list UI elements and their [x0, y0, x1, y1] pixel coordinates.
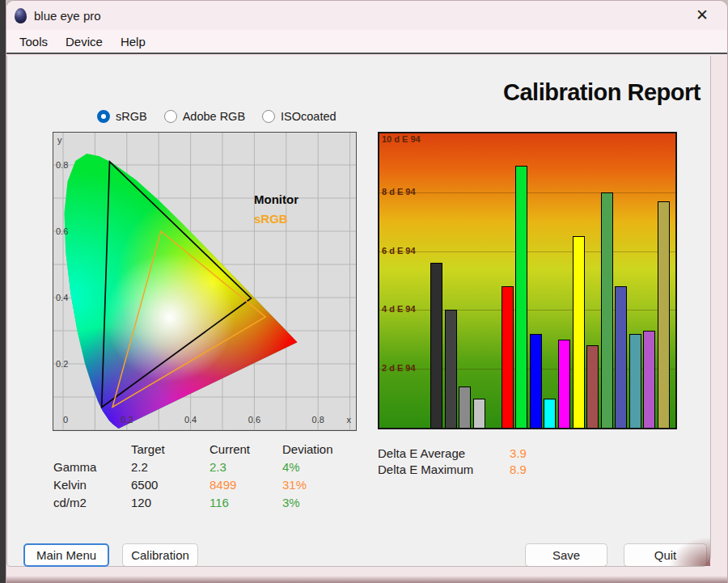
target-value: 2.2	[131, 460, 210, 478]
radio-label: Adobe RGB	[183, 110, 245, 123]
profile-radio-group: sRGBAdobe RGBISOcoated	[97, 110, 336, 123]
delta-e-bar	[615, 286, 627, 428]
current-value: 2.3	[210, 460, 282, 478]
legend-srgb: sRGB	[254, 212, 288, 226]
delta-e-bar	[573, 236, 585, 428]
svg-text:x: x	[347, 415, 352, 425]
row-label: cd/m2	[53, 496, 131, 513]
delta-e-bar	[502, 286, 514, 428]
delta-e-bar	[629, 334, 641, 428]
blue-eye-logo-icon	[15, 8, 27, 23]
radio-unselected-icon[interactable]	[262, 110, 275, 123]
bar-gridline	[379, 310, 675, 311]
delta-e-bar	[643, 331, 655, 428]
window-title: blue eye pro	[34, 9, 101, 23]
bar-axis-tick-label: 8 d E 94	[382, 187, 416, 196]
bar-axis-tick-label: 4 d E 94	[382, 304, 416, 314]
row-label: Kelvin	[53, 478, 131, 496]
radio-isocoated[interactable]: ISOcoated	[262, 110, 336, 123]
bar-gridline	[379, 192, 675, 193]
menu-bar: Tools Device Help	[6, 30, 727, 54]
delta-e-bar	[586, 345, 599, 428]
delta-e-bar	[445, 310, 457, 428]
main-menu-button[interactable]: Main Menu	[23, 543, 109, 567]
bar-axis-tick-label: 10 d E 94	[382, 134, 421, 144]
deviation-value: 4%	[282, 460, 359, 478]
gamut-legend: MonitorsRGB	[254, 192, 298, 226]
svg-text:0.2: 0.2	[121, 415, 133, 425]
cie-horseshoe	[53, 133, 356, 430]
menu-tools[interactable]: Tools	[11, 35, 57, 49]
delta-e-label: Delta E Average	[378, 446, 510, 460]
column-header: Current	[210, 442, 282, 460]
close-icon[interactable]: ✕	[691, 5, 713, 26]
svg-text:0.8: 0.8	[56, 160, 68, 170]
target-value: 120	[131, 496, 210, 513]
delta-e-bar	[544, 399, 556, 428]
radio-unselected-icon[interactable]	[164, 110, 177, 123]
svg-text:0: 0	[63, 415, 68, 425]
column-header: Target	[131, 442, 210, 460]
svg-text:0.8: 0.8	[312, 415, 324, 425]
svg-text:0.4: 0.4	[56, 293, 68, 302]
save-button[interactable]: Save	[525, 543, 607, 567]
svg-text:y: y	[57, 135, 62, 145]
radio-label: sRGB	[116, 110, 147, 123]
table-corner-cell	[53, 442, 131, 460]
svg-text:0.2: 0.2	[56, 359, 68, 369]
calibration-button[interactable]: Calibration	[122, 543, 198, 567]
delta-e-bar	[530, 334, 542, 428]
column-header: Deviation	[282, 442, 359, 460]
delta-e-bar	[515, 166, 527, 428]
radio-srgb[interactable]: sRGB	[97, 110, 147, 123]
delta-e-bar	[430, 263, 442, 428]
delta-e-summary: Delta E Average3.9Delta E Maximum8.9	[378, 445, 527, 477]
delta-e-bar	[658, 201, 670, 428]
row-label: Gamma	[53, 460, 131, 478]
title-bar: blue eye pro ✕	[6, 1, 727, 30]
delta-e-bar	[601, 192, 613, 428]
delta-e-bar	[459, 387, 471, 428]
delta-e-bar	[473, 399, 485, 428]
deviation-value: 3%	[282, 496, 359, 513]
delta-e-value: 3.9	[510, 446, 527, 460]
delta-e-row: Delta E Average3.9	[378, 445, 527, 461]
svg-text:0.6: 0.6	[56, 226, 68, 236]
calibration-results-table: TargetCurrentDeviationGamma2.22.34%Kelvi…	[53, 442, 359, 513]
delta-e-row: Delta E Maximum8.9	[378, 461, 527, 477]
current-value: 8499	[210, 478, 282, 496]
menu-device[interactable]: Device	[57, 35, 112, 49]
delta-e-label: Delta E Maximum	[378, 463, 510, 476]
page-title: Calibration Report	[503, 79, 700, 106]
quit-button[interactable]: Quit	[624, 543, 707, 567]
app-window: blue eye pro ✕ Tools Device Help sRGBAdo…	[6, 0, 728, 583]
radio-adobe-rgb[interactable]: Adobe RGB	[164, 110, 245, 123]
delta-e-value: 8.9	[510, 463, 527, 476]
bar-gridline	[379, 251, 675, 252]
current-value: 116	[210, 496, 282, 513]
report-panel: sRGBAdobe RGBISOcoated Calibration Repor…	[6, 56, 711, 567]
svg-text:0.4: 0.4	[184, 415, 197, 425]
menu-help[interactable]: Help	[112, 35, 154, 49]
bar-axis-tick-label: 2 d E 94	[382, 363, 416, 373]
delta-e-bar	[558, 340, 570, 428]
cie-chromaticity-diagram: y0.20.40.60.800.20.40.60.8xMonitorsRGB	[53, 132, 357, 431]
target-value: 6500	[131, 478, 210, 496]
radio-selected-icon[interactable]	[97, 110, 110, 123]
legend-monitor: Monitor	[254, 192, 298, 206]
deviation-value: 31%	[282, 478, 359, 496]
bar-axis-tick-label: 6 d E 94	[382, 246, 416, 256]
radio-label: ISOcoated	[281, 110, 336, 123]
delta-e-bar-chart: 10 d E 948 d E 946 d E 944 d E 942 d E 9…	[378, 132, 677, 429]
cie-diagram-svg: y0.20.40.60.800.20.40.60.8xMonitorsRGB	[53, 133, 356, 430]
svg-text:0.6: 0.6	[248, 415, 260, 425]
